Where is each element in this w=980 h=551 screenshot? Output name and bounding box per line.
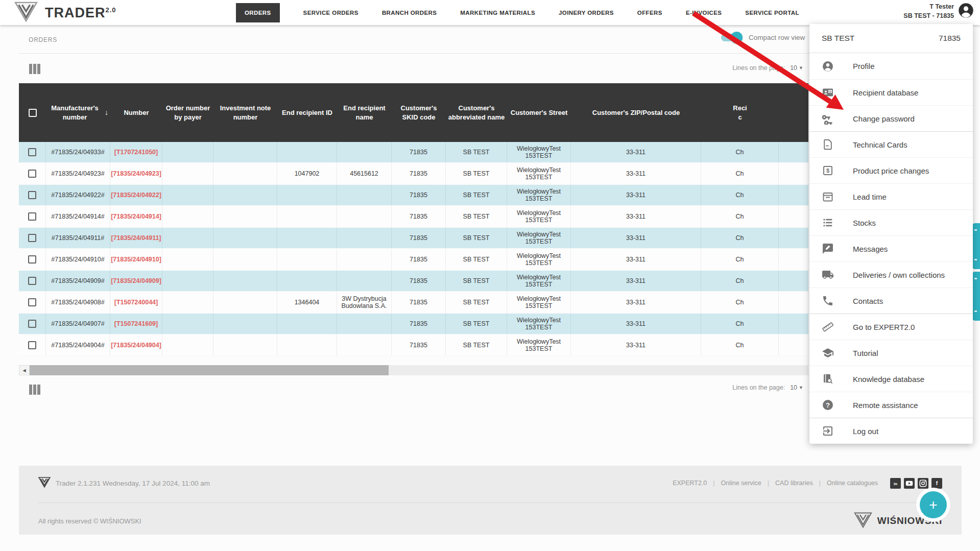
table-row[interactable]: #71835/24/04909#[71835/24/04909]71835SB … — [19, 271, 808, 292]
add-button[interactable]: + — [920, 491, 947, 518]
column-header[interactable]: Customer's abbreviated name — [446, 83, 507, 142]
lines-per-page-select[interactable]: 10▼ — [790, 64, 803, 71]
cell-number[interactable]: [71835/24/04923] — [110, 163, 162, 184]
cell-number[interactable]: [71835/24/04910] — [110, 249, 162, 270]
column-header[interactable]: Investment note number — [213, 83, 277, 142]
menu-item-messages[interactable]: Messages — [809, 235, 973, 261]
column-header[interactable]: Customer's Street — [507, 83, 571, 142]
cell-number[interactable]: [71835/24/04922] — [110, 185, 162, 205]
scroll-left-button[interactable]: ◀ — [19, 365, 30, 375]
cell-number[interactable]: [71835/24/04909] — [110, 271, 162, 291]
row-checkbox[interactable] — [28, 191, 36, 199]
table-row[interactable]: #71835/24/04922#[71835/24/04922]71835SB … — [19, 185, 808, 206]
compact-row-toggle[interactable] — [721, 34, 742, 41]
column-header[interactable]: End recipient name — [337, 83, 392, 142]
cell-investment-note-number — [213, 185, 277, 205]
nav-item-joinery-orders[interactable]: JOINERY ORDERS — [559, 10, 614, 16]
menu-item-change-password[interactable]: Change password — [809, 105, 973, 131]
table-row[interactable]: #71835/24/04933#[T1707241050]71835SB TES… — [19, 142, 808, 163]
menu-item-technical-cards[interactable]: Technical Cards — [809, 131, 973, 157]
linkedin-icon[interactable]: in — [890, 478, 901, 489]
sort-desc-icon[interactable]: ↓ — [105, 108, 108, 117]
footer-link-online-catalogues[interactable]: Online catalogues — [827, 480, 878, 487]
row-checkbox[interactable] — [28, 341, 36, 349]
table-row[interactable]: #71835/24/04907#[T1507241609]71835SB TES… — [19, 314, 808, 335]
menu-item-contacts[interactable]: Contacts — [809, 288, 973, 314]
column-header[interactable]: Customer's SKID code — [392, 83, 446, 142]
menu-item-tutorial[interactable]: Tutorial — [809, 340, 973, 366]
cell-number[interactable]: [T1507241609] — [110, 314, 162, 334]
nav-item-e-invoices[interactable]: E-INVOICES — [686, 10, 722, 16]
table-row[interactable]: #71835/24/04910#[71835/24/04910]71835SB … — [19, 249, 808, 271]
menu-item-product-price-changes[interactable]: $Product price changes — [809, 157, 973, 183]
nav-item-service-orders[interactable]: SERVICE ORDERS — [303, 10, 358, 16]
row-checkbox[interactable] — [28, 148, 36, 156]
ruler-icon — [822, 321, 834, 333]
facebook-icon[interactable]: f — [931, 478, 942, 489]
horizontal-scrollbar[interactable]: ◀ — [19, 365, 808, 375]
cell-order-number-by-payer — [162, 163, 213, 184]
nav-item-orders[interactable]: ORDERS — [236, 3, 280, 22]
table-row[interactable]: #71835/24/04904#[71835/24/04904]71835SB … — [19, 335, 808, 356]
column-header[interactable]: End recipient ID — [277, 83, 337, 142]
brand-logo[interactable]: TRADER2.0 — [14, 2, 116, 24]
cell-street: WielogłowyTest 153TEST — [507, 292, 571, 313]
table-row[interactable]: #71835/24/04908#[T1507240044]13464043W D… — [19, 292, 808, 314]
nav-item-branch-orders[interactable]: BRANCH ORDERS — [382, 10, 437, 16]
nav-item-offers[interactable]: OFFERS — [637, 10, 662, 16]
table-row[interactable]: #71835/24/04923#[71835/24/04923]10479024… — [19, 163, 808, 185]
menu-item-profile[interactable]: Profile — [809, 53, 973, 79]
column-settings-icon[interactable] — [29, 385, 42, 395]
footer-link-online-service[interactable]: Online service — [721, 480, 775, 487]
menu-item-deliveries-own-collections[interactable]: Deliveries / own collections — [809, 261, 973, 288]
menu-item-stocks[interactable]: Stocks — [809, 209, 973, 235]
row-checkbox[interactable] — [28, 234, 36, 242]
menu-item-go-to-expert2-0[interactable]: Go to EXPERT2.0 — [809, 314, 973, 340]
menu-item-label: Profile — [853, 62, 875, 70]
column-header[interactable]: Customer's ZIP/Postal code — [571, 83, 701, 142]
cell-zip-code: 33-311 — [571, 314, 701, 334]
cell-number[interactable]: [71835/24/04904] — [110, 335, 162, 355]
svg-text:f: f — [936, 481, 938, 486]
table-row[interactable]: #71835/24/04911#[71835/24/04911]71835SB … — [19, 228, 808, 249]
footer-link-expert2-0[interactable]: EXPERT2.0 — [673, 480, 721, 487]
row-checkbox[interactable] — [28, 255, 36, 263]
instagram-icon[interactable] — [918, 478, 928, 489]
youtube-icon[interactable] — [904, 478, 915, 489]
cell-street: WielogłowyTest 153TEST — [507, 185, 571, 205]
table-row[interactable]: #71835/24/04914#[71835/24/04914]71835SB … — [19, 206, 808, 228]
scrollbar-thumb[interactable] — [30, 365, 389, 375]
user-box[interactable]: T Tester SB TEST - 71835 — [903, 3, 974, 20]
column-header[interactable]: Reci c — [701, 83, 779, 142]
menu-item-recipient-database[interactable]: Recipient database — [809, 79, 973, 105]
row-checkbox[interactable] — [28, 298, 36, 306]
avatar-icon[interactable] — [958, 3, 974, 20]
menu-item-knowledge-database[interactable]: Knowledge database — [809, 366, 973, 392]
cell-end-recipient-id — [277, 314, 337, 334]
cell-number[interactable]: [T1707241050] — [110, 142, 162, 162]
column-settings-icon[interactable] — [29, 64, 42, 74]
footer-link-cad-libraries[interactable]: CAD libraries — [775, 480, 827, 487]
recipient-database-icon — [822, 86, 834, 99]
nav-item-marketing-materials[interactable]: MARKETING MATERIALS — [460, 10, 535, 16]
cell-end-recipient-id — [277, 335, 337, 355]
cell-number[interactable]: [T1507240044] — [110, 292, 162, 313]
row-checkbox[interactable] — [28, 170, 36, 178]
footer-social: inf — [890, 478, 942, 489]
row-checkbox[interactable] — [28, 277, 36, 285]
select-all-checkbox[interactable] — [29, 109, 37, 117]
cell-number[interactable]: [71835/24/04914] — [110, 206, 162, 227]
cell-number[interactable]: [71835/24/04911] — [110, 228, 162, 248]
lines-per-page-select[interactable]: 10▼ — [790, 384, 803, 391]
row-checkbox[interactable] — [28, 212, 36, 221]
row-checkbox[interactable] — [28, 320, 36, 328]
menu-item-remote-assistance[interactable]: ?Remote assistance — [809, 392, 973, 418]
cell-zip-code: 33-311 — [571, 249, 701, 270]
column-header[interactable]: Order number by payer — [162, 83, 213, 142]
column-header[interactable]: Manufacturer's number↓ — [46, 83, 110, 142]
cell-skid-code: 71835 — [392, 292, 446, 313]
menu-item-log-out[interactable]: Log out — [809, 418, 973, 444]
menu-item-lead-time[interactable]: Lead time — [809, 183, 973, 209]
column-header[interactable]: Number — [110, 83, 162, 142]
nav-item-service-portal[interactable]: SERVICE PORTAL — [745, 10, 799, 16]
